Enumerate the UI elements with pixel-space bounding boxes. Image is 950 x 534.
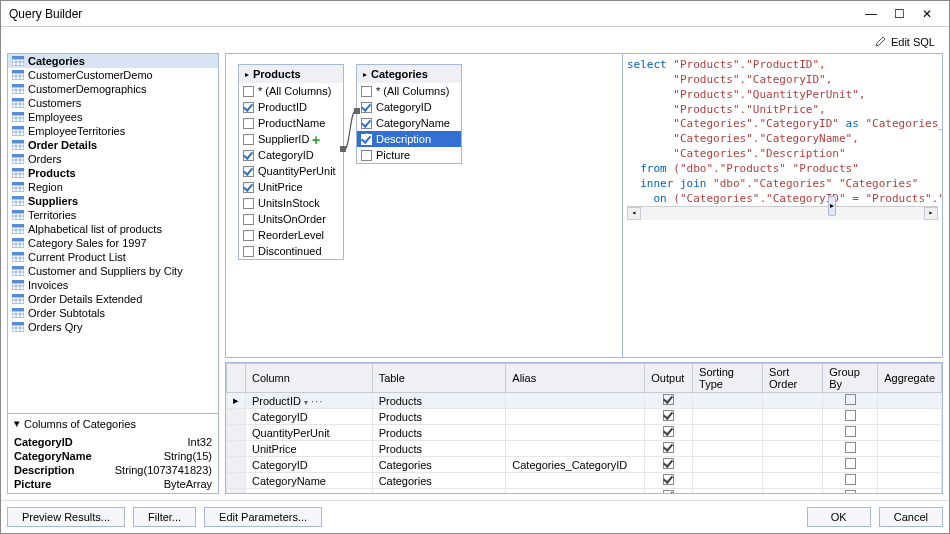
grid-header[interactable]: Group By [823,364,878,393]
tables-list-item[interactable]: Order Subtotals [8,306,218,320]
grid-cell-table[interactable]: Products [372,425,506,441]
tables-list-item[interactable]: Products [8,166,218,180]
checkbox[interactable] [663,442,674,453]
tables-list-item[interactable]: Alphabetical list of products [8,222,218,236]
grid-cell-column[interactable]: UnitPrice [246,441,373,457]
table-column-row[interactable]: UnitsOnOrder [239,211,343,227]
maximize-button[interactable]: ☐ [885,7,913,21]
checkbox[interactable] [243,134,254,145]
grid-cell-alias[interactable] [506,441,645,457]
grid-cell-aggregate[interactable] [878,473,942,489]
checkbox[interactable] [663,458,674,469]
grid-header[interactable]: Output [645,364,693,393]
grid-cell-alias[interactable] [506,473,645,489]
chevron-down-icon[interactable]: ▾ [14,417,20,430]
checkbox[interactable] [845,426,856,437]
grid-cell-sortingtype[interactable] [693,457,763,473]
preview-results-button[interactable]: Preview Results... [7,507,125,527]
table-box-products[interactable]: ▸ Products * (All Columns)ProductIDProdu… [238,64,344,260]
grid-cell-output[interactable] [645,393,693,409]
tables-list-item[interactable]: Customer and Suppliers by City [8,264,218,278]
grid-row[interactable]: UnitPriceProducts [227,441,942,457]
tables-list-item[interactable]: EmployeeTerritories [8,124,218,138]
tables-list-item[interactable]: Order Details [8,138,218,152]
tables-list-item[interactable]: Order Details Extended [8,292,218,306]
collapse-icon[interactable]: ▸ [245,70,249,79]
grid-cell-output[interactable] [645,425,693,441]
grid-cell-sortorder[interactable] [763,393,823,409]
checkbox[interactable] [361,86,372,97]
checkbox[interactable] [243,246,254,257]
checkbox[interactable] [663,490,674,494]
grid-cell-sortingtype[interactable] [693,409,763,425]
checkbox[interactable] [243,118,254,129]
tables-list-item[interactable]: Current Product List [8,250,218,264]
table-column-row[interactable]: UnitsInStock [239,195,343,211]
checkbox[interactable] [845,490,856,494]
grid-cell-aggregate[interactable] [878,441,942,457]
grid-cell-column[interactable]: CategoryID [246,409,373,425]
grid-cell-alias[interactable] [506,409,645,425]
checkbox[interactable] [663,426,674,437]
grid-row[interactable]: CategoryIDProducts [227,409,942,425]
grid-cell-table[interactable]: Products [372,441,506,457]
tables-list[interactable]: CategoriesCustomerCustomerDemoCustomerDe… [8,54,218,413]
grid-cell-output[interactable] [645,473,693,489]
grid-cell-sortorder[interactable] [763,457,823,473]
grid-cell-column[interactable]: ProductID ▾ ··· [246,393,373,409]
table-column-row[interactable]: Picture [357,147,461,163]
chevron-down-icon[interactable]: ▾ [304,398,308,407]
checkbox[interactable] [845,458,856,469]
table-column-row[interactable]: * (All Columns) [239,83,343,99]
checkbox[interactable] [663,394,674,405]
checkbox[interactable] [845,394,856,405]
grid-cell-sortingtype[interactable] [693,441,763,457]
table-column-row[interactable]: ReorderLevel [239,227,343,243]
edit-sql-button[interactable]: Edit SQL [875,35,935,49]
tables-list-item[interactable]: Suppliers [8,194,218,208]
checkbox[interactable] [361,150,372,161]
grid-row[interactable]: QuantityPerUnitProducts [227,425,942,441]
grid-cell-table[interactable]: Categories [372,473,506,489]
grid-cell-alias[interactable] [506,425,645,441]
grid-header[interactable]: Sorting Type [693,364,763,393]
grid-cell-aggregate[interactable] [878,393,942,409]
table-column-row[interactable]: UnitPrice [239,179,343,195]
tables-list-item[interactable]: Employees [8,110,218,124]
grid-cell-output[interactable] [645,409,693,425]
grid-cell-alias[interactable] [506,393,645,409]
splitter-handle[interactable]: ▸ [828,196,836,216]
grid-cell-groupby[interactable] [823,409,878,425]
checkbox[interactable] [361,134,372,145]
grid-cell-column[interactable]: CategoryID [246,457,373,473]
tables-list-item[interactable]: Region [8,180,218,194]
checkbox[interactable] [243,182,254,193]
grid-cell-table[interactable]: Categories [372,457,506,473]
table-column-row[interactable]: ProductName [239,115,343,131]
checkbox[interactable] [361,102,372,113]
table-column-row[interactable]: * (All Columns) [357,83,461,99]
scroll-right-icon[interactable]: ▸ [924,207,938,220]
scroll-left-icon[interactable]: ◂ [627,207,641,220]
designer-surface[interactable]: ▸ Products * (All Columns)ProductIDProdu… [226,54,622,357]
tables-list-item[interactable]: Categories [8,54,218,68]
grid-cell-aggregate[interactable] [878,457,942,473]
grid-cell-groupby[interactable] [823,393,878,409]
ok-button[interactable]: OK [807,507,871,527]
grid-cell-table[interactable]: Products [372,409,506,425]
grid-header[interactable]: Aggregate [878,364,942,393]
grid-header[interactable]: Column [246,364,373,393]
grid-cell-table[interactable]: Products [372,393,506,409]
checkbox[interactable] [243,198,254,209]
cancel-button[interactable]: Cancel [879,507,943,527]
checkbox[interactable] [243,166,254,177]
tables-list-item[interactable]: Customers [8,96,218,110]
checkbox[interactable] [663,474,674,485]
grid-row[interactable]: ▸ProductID ▾ ···Products [227,393,942,409]
checkbox[interactable] [243,230,254,241]
collapse-icon[interactable]: ▸ [363,70,367,79]
grid-cell-alias[interactable]: Categories_CategoryID [506,457,645,473]
grid-cell-aggregate[interactable] [878,425,942,441]
plus-icon[interactable]: + [312,132,320,148]
tables-list-item[interactable]: Category Sales for 1997 [8,236,218,250]
